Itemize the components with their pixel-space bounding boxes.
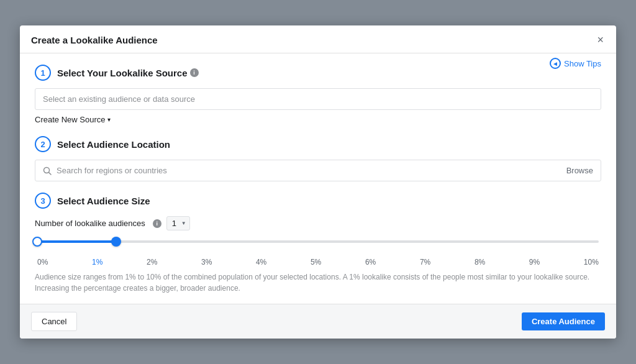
modal-footer: Cancel Create Audience bbox=[20, 304, 616, 339]
slider-range bbox=[37, 240, 599, 257]
svg-line-1 bbox=[49, 172, 52, 175]
modal-header: Create a Lookalike Audience × bbox=[20, 25, 616, 53]
create-new-source-button[interactable]: Create New Source ▾ bbox=[35, 115, 111, 124]
step3-header: 3 Select Audience Size bbox=[35, 193, 601, 209]
slider-label-10: 10% bbox=[584, 258, 599, 266]
slider-label-2: 2% bbox=[147, 258, 157, 266]
step3-circle: 3 bbox=[35, 193, 51, 209]
create-audience-button[interactable]: Create Audience bbox=[522, 312, 605, 330]
slider-labels: 0% 1% 2% 3% 4% 5% 6% 7% 8% 9% 10% bbox=[37, 258, 599, 266]
cancel-button[interactable]: Cancel bbox=[31, 312, 77, 331]
modal-title: Create a Lookalike Audience bbox=[31, 35, 158, 45]
close-button[interactable]: × bbox=[596, 34, 605, 45]
source-input[interactable] bbox=[35, 88, 601, 110]
create-new-source-label: Create New Source bbox=[35, 115, 105, 124]
slider-thumb-left[interactable] bbox=[32, 237, 42, 247]
slider-track bbox=[37, 240, 599, 243]
num-audiences-label: Number of lookalike audiences bbox=[35, 219, 145, 228]
step3-title: Select Audience Size bbox=[57, 196, 150, 206]
modal-body: ◄ Show Tips 1 Select Your Lookalike Sour… bbox=[20, 53, 616, 294]
show-tips-button[interactable]: ◄ Show Tips bbox=[550, 58, 601, 69]
step1-section: 1 Select Your Lookalike Source i Create … bbox=[35, 65, 601, 125]
step1-circle: 1 bbox=[35, 65, 51, 81]
search-icon bbox=[43, 166, 52, 175]
audience-size-description: Audience size ranges from 1% to 10% of t… bbox=[35, 271, 601, 294]
step1-title-row: Select Your Lookalike Source i bbox=[57, 68, 199, 78]
slider-label-9: 9% bbox=[529, 258, 540, 266]
step2-title: Select Audience Location bbox=[57, 139, 170, 150]
step1-header: 1 Select Your Lookalike Source i bbox=[35, 65, 601, 81]
slider-label-3: 3% bbox=[201, 258, 212, 266]
step1-info-icon[interactable]: i bbox=[190, 68, 199, 77]
slider-label-0: 0% bbox=[37, 258, 48, 266]
slider-label-1: 1% bbox=[92, 258, 102, 266]
slider-label-4: 4% bbox=[256, 258, 266, 266]
step2-header: 2 Select Audience Location bbox=[35, 136, 601, 152]
slider-label-5: 5% bbox=[311, 258, 321, 266]
num-audiences-info-icon[interactable]: i bbox=[153, 219, 161, 228]
show-tips-icon: ◄ bbox=[550, 58, 561, 69]
location-search-wrapper: Browse bbox=[35, 160, 601, 181]
step3-section: 3 Select Audience Size Number of lookali… bbox=[35, 193, 601, 294]
show-tips-label: Show Tips bbox=[564, 59, 601, 68]
step1-title: Select Your Lookalike Source bbox=[57, 68, 188, 78]
create-source-arrow-icon: ▾ bbox=[107, 116, 111, 123]
step2-circle: 2 bbox=[35, 136, 51, 152]
slider-label-8: 8% bbox=[475, 258, 485, 266]
step2-section: 2 Select Audience Location Browse bbox=[35, 136, 601, 181]
create-lookalike-modal: Create a Lookalike Audience × ◄ Show Tip… bbox=[20, 25, 616, 339]
num-audiences-row: Number of lookalike audiences i 1 2 3 4 … bbox=[35, 216, 601, 230]
slider-label-6: 6% bbox=[365, 258, 376, 266]
location-search-input[interactable] bbox=[57, 166, 566, 175]
slider-label-7: 7% bbox=[420, 258, 430, 266]
slider-thumb-right[interactable] bbox=[111, 237, 121, 247]
num-audiences-select[interactable]: 1 2 3 4 5 bbox=[166, 216, 190, 230]
browse-button[interactable]: Browse bbox=[566, 166, 593, 175]
num-audiences-select-wrapper: 1 2 3 4 5 bbox=[166, 216, 190, 230]
slider-fill bbox=[37, 240, 116, 243]
slider-container: 0% 1% 2% 3% 4% 5% 6% 7% 8% 9% 10% bbox=[35, 240, 601, 266]
